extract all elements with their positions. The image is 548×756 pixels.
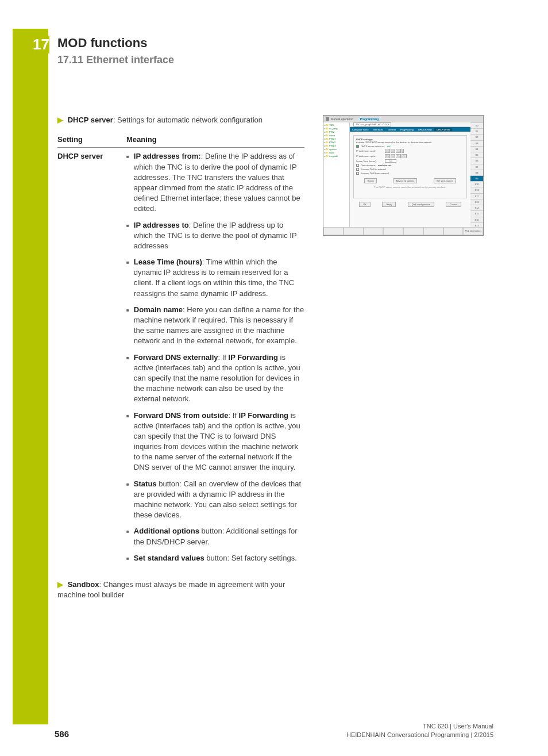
lease-val[interactable]: 240: [385, 159, 396, 163]
ip-octet[interactable]: 254: [396, 154, 401, 158]
ip-octet[interactable]: 192: [385, 149, 390, 153]
main-content: ▶ DHCP server: Settings for automatic ne…: [57, 115, 304, 600]
right-softkey[interactable]: S1: [470, 128, 483, 134]
outro-line: ▶ Sandbox: Changes must always be made i…: [57, 580, 304, 600]
right-softkey[interactable]: S16: [470, 217, 483, 222]
square-bullet-icon: ■: [126, 481, 129, 521]
tab[interactable]: Computer name: [350, 128, 371, 131]
qos-button[interactable]: QoS configuration: [408, 202, 434, 207]
bottom-softkey[interactable]: [364, 227, 384, 235]
tree-node[interactable]: ▸📁 system: [325, 148, 348, 151]
footer-line1: TNC 620 | User's Manual: [346, 722, 493, 730]
apply-button[interactable]: Apply: [382, 202, 396, 207]
mode-icon: [326, 117, 329, 121]
bottom-softkey[interactable]: FCL information: [463, 227, 483, 235]
arrow-icon: ▶: [57, 116, 63, 124]
footer-info: TNC 620 | User's Manual HEIDENHAIN Conve…: [346, 722, 493, 739]
right-softkey[interactable]: S13: [470, 199, 483, 205]
bottom-softkey[interactable]: [383, 227, 403, 235]
bottom-softkeys: FCL information: [323, 227, 483, 235]
lbl-lease: Lease Time (hours):: [356, 160, 385, 163]
item-body: Additional options button: Additional se…: [134, 526, 304, 547]
right-softkey[interactable]: S3: [470, 140, 483, 146]
right-softkey[interactable]: S0: [470, 122, 483, 128]
page-footer: 586 TNC 620 | User's Manual HEIDENHAIN C…: [55, 722, 493, 739]
bottom-softkey[interactable]: [443, 227, 464, 235]
tree-node[interactable]: ▸📁 PGM3: [325, 144, 348, 147]
right-softkey[interactable]: S9: [470, 175, 483, 181]
right-softkey[interactable]: S15: [470, 210, 483, 216]
square-bullet-icon: ■: [126, 413, 129, 473]
item-body: Forward DNS from outside: If IP Forwardi…: [134, 410, 304, 473]
tree-node[interactable]: ▸📁 tncguide: [325, 155, 348, 158]
right-softkey[interactable]: S10: [470, 181, 483, 187]
page-number: 586: [55, 729, 69, 739]
table-row: DHCP server ■IP addresses from:: Define …: [57, 148, 304, 573]
tree-node[interactable]: ▸📁 PGM1: [325, 137, 348, 140]
right-softkey[interactable]: S6: [470, 158, 483, 163]
ip-octet[interactable]: 255: [402, 154, 407, 158]
btn-opts[interactable]: Advanced options: [393, 178, 418, 183]
chk-active[interactable]: [356, 145, 359, 148]
chk-fwdext[interactable]: [356, 168, 359, 171]
list-item: ■Domain name: Here you can define a name…: [126, 305, 304, 347]
right-softkey[interactable]: S14: [470, 205, 483, 210]
right-softkey[interactable]: S12: [470, 193, 483, 199]
tree-node[interactable]: ▸📁 demo: [325, 134, 348, 137]
bottom-softkey[interactable]: [344, 227, 364, 235]
tab[interactable]: Ping/Routing: [398, 128, 416, 131]
tab[interactable]: DHCP server: [434, 128, 453, 131]
th-setting: Setting: [57, 132, 126, 148]
tab[interactable]: NFS UID/GID: [416, 128, 434, 131]
bottom-softkey[interactable]: [403, 227, 423, 235]
item-body: IP addresses from:: Define the IP addres…: [134, 151, 304, 214]
tab[interactable]: Interfaces: [371, 128, 386, 131]
lbl-domain: Domain name:: [361, 164, 376, 167]
ip-octet[interactable]: 168: [391, 154, 396, 158]
group-hint: Activate DNS/DHCP server service for the…: [356, 141, 464, 144]
btn-std[interactable]: Set stnd. values: [434, 178, 456, 183]
list-item: ■Set standard values button: Set factory…: [126, 553, 304, 563]
square-bullet-icon: ■: [126, 355, 129, 405]
lbl-fwdext: Forward DNS to external: [361, 168, 386, 171]
ok-button[interactable]: OK: [359, 202, 371, 207]
bottom-softkey[interactable]: [323, 227, 344, 235]
square-bullet-icon: ■: [126, 222, 129, 252]
ip-octet[interactable]: 168: [391, 149, 396, 153]
cancel-button[interactable]: Cancel: [446, 202, 461, 207]
right-softkey[interactable]: S5: [470, 152, 483, 158]
tree-node[interactable]: ▸📁 table: [325, 151, 348, 154]
titles: MOD functions 17.11 Ethernet interface: [57, 36, 174, 66]
tree-node[interactable]: ▸📁 PGM: [325, 131, 348, 133]
file-tree[interactable]: ▸📁 TNC: ▸📁 nc_prog ▸📁 PGM ▸📁 demo ▸📁 PGM…: [323, 122, 350, 227]
chapter-title: MOD functions: [57, 36, 174, 51]
bottom-softkey[interactable]: [423, 227, 443, 235]
arrow-icon: ▶: [57, 580, 63, 589]
active-val: eth1: [387, 145, 392, 148]
right-softkey[interactable]: S7: [470, 164, 483, 170]
right-softkey[interactable]: S2: [470, 134, 483, 140]
list-item: ■Additional options button: Additional s…: [126, 526, 304, 547]
chk-domain[interactable]: [356, 164, 359, 167]
lbl-to: IP addresses up to:: [356, 155, 385, 158]
ip-octet[interactable]: 192: [385, 154, 390, 158]
right-softkey[interactable]: S11: [470, 187, 483, 193]
right-softkey[interactable]: S4: [470, 146, 483, 152]
green-sidebar: [13, 29, 48, 724]
settings-table: Setting Meaning DHCP server ■IP addresse…: [57, 132, 304, 573]
item-body: IP addresses to: Define the IP address u…: [134, 220, 304, 252]
mode-right: Programming: [358, 117, 381, 121]
path-cell[interactable]: TNC:\nc_prog\PGM\*.H;*.I;*.DXF: [353, 122, 391, 126]
tree-node[interactable]: ▸📁 nc_prog: [325, 127, 348, 130]
dialog-tabs[interactable]: Computer nameInterfacesInternetPing/Rout…: [350, 127, 470, 132]
chk-fwdout[interactable]: [356, 172, 359, 175]
ip-octet[interactable]: 254: [396, 149, 401, 153]
ip-octet[interactable]: 0: [402, 149, 404, 153]
btn-status[interactable]: Status: [364, 178, 376, 183]
tree-node[interactable]: ▸📁 PGM2: [325, 141, 348, 144]
footer-line2: HEIDENHAIN Conversational Programming | …: [346, 731, 493, 739]
tab[interactable]: Internet: [385, 128, 398, 131]
right-softkey[interactable]: S8: [470, 170, 483, 175]
th-meaning: Meaning: [126, 132, 304, 148]
row-label: DHCP server: [57, 148, 126, 573]
